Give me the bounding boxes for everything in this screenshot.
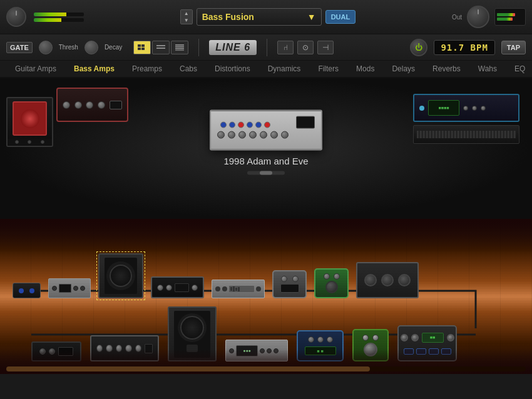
- rack-knob-3: [238, 131, 246, 138]
- out-meter-fill-1: [497, 13, 515, 16]
- svg-rect-2: [138, 48, 141, 50]
- nav-distortions[interactable]: Distortions: [206, 62, 259, 76]
- power-button[interactable]: ⏻: [410, 39, 427, 56]
- tuner-icon[interactable]: ⑁: [277, 41, 294, 54]
- preset-section: ▲ ▼ Bass Fusion ▼ DUAL: [89, 8, 447, 26]
- led-3: [238, 121, 244, 128]
- settings-icon[interactable]: ⊙: [297, 41, 314, 54]
- rack-knob-2: [228, 131, 235, 138]
- output-knob[interactable]: [467, 6, 489, 28]
- nav-delays[interactable]: Delays: [383, 62, 424, 76]
- chain-device-6[interactable]: [272, 270, 307, 298]
- view-grid-button[interactable]: [133, 41, 151, 54]
- led-4: [247, 121, 253, 128]
- gate-knob[interactable]: [39, 41, 53, 54]
- svg-rect-9: [175, 50, 184, 51]
- main-area: 1998 Adam and Eve ■■■■: [0, 78, 532, 219]
- nav-guitar-amps[interactable]: Guitar Amps: [6, 62, 65, 76]
- svg-rect-1: [141, 44, 145, 47]
- chain-device-7[interactable]: [314, 268, 349, 298]
- out-label: Out: [452, 14, 462, 21]
- preset-up-button[interactable]: ▲: [181, 10, 192, 17]
- thresh-label: Thresh: [59, 44, 78, 51]
- chain-device-5[interactable]: [212, 280, 265, 298]
- dropdown-arrow-icon: ▼: [307, 12, 316, 22]
- svg-rect-3: [141, 48, 145, 50]
- amp-display: 1998 Adam and Eve ■■■■: [0, 78, 532, 219]
- led-6: [264, 121, 270, 128]
- rack-knob-1: [217, 131, 225, 138]
- view-list-button[interactable]: [171, 41, 188, 54]
- amp-name-label: 1998 Adam and Eve: [223, 155, 308, 166]
- output-meter: [494, 8, 526, 26]
- input-meters: [34, 13, 84, 22]
- routing-icon[interactable]: ⊣: [317, 41, 334, 54]
- scrollbar-thumb[interactable]: [6, 366, 370, 371]
- meter-fill-1: [34, 13, 66, 16]
- led-2: [229, 121, 235, 128]
- nav-filters[interactable]: Filters: [309, 62, 347, 76]
- bpm-display: 91.7 BPM: [434, 40, 494, 55]
- separator-2: [267, 39, 267, 56]
- svg-rect-5: [156, 48, 165, 49]
- knobs-row: [214, 131, 318, 138]
- rack-knob-5: [260, 131, 267, 138]
- left-amp-1[interactable]: [6, 97, 53, 147]
- view-detail-button[interactable]: [152, 41, 170, 54]
- chain-device-2[interactable]: [48, 278, 91, 298]
- center-amp[interactable]: 1998 Adam and Eve: [210, 109, 322, 174]
- scroll-thumb: [260, 171, 272, 174]
- nav-reverbs[interactable]: Reverbs: [424, 62, 469, 76]
- svg-rect-6: [175, 44, 184, 46]
- scrollbar-horizontal[interactable]: [6, 366, 526, 371]
- chain-device-8[interactable]: [356, 262, 419, 298]
- signal-chain: ●●● ■ ■: [0, 219, 532, 374]
- meter-bar-1: [34, 13, 84, 16]
- preset-nav-arrows[interactable]: ▲ ▼: [180, 9, 193, 24]
- rack-amp-visual: [210, 109, 322, 150]
- rack-display: [296, 116, 315, 128]
- nav-cabs[interactable]: Cabs: [171, 62, 206, 76]
- rack-knob-6: [270, 131, 278, 138]
- chain-device-1[interactable]: [13, 283, 41, 298]
- thresh-knob[interactable]: [84, 41, 98, 54]
- svg-rect-8: [175, 48, 184, 49]
- gate-label: GATE: [6, 42, 33, 53]
- input-knob[interactable]: [6, 7, 26, 27]
- preset-down-button[interactable]: ▼: [181, 17, 192, 24]
- nav-eq[interactable]: EQ: [506, 62, 532, 76]
- svg-rect-7: [175, 46, 184, 48]
- right-amp[interactable]: ■■■■: [413, 94, 519, 144]
- nav-bass-amps[interactable]: Bass Amps: [65, 62, 123, 76]
- curtain-top: [0, 219, 532, 253]
- svg-rect-4: [156, 45, 165, 46]
- view-buttons: [133, 41, 188, 54]
- preset-name: Bass Fusion: [202, 12, 254, 22]
- preset-dropdown[interactable]: Bass Fusion ▼: [197, 8, 322, 26]
- rack-knob-4: [249, 131, 257, 138]
- decay-label: Decay: [105, 44, 122, 51]
- dual-button[interactable]: DUAL: [325, 10, 356, 24]
- nav-mods[interactable]: Mods: [347, 62, 383, 76]
- meter-fill-2: [34, 18, 61, 22]
- second-bar: GATE Thresh Decay: [0, 34, 532, 61]
- nav-preamps[interactable]: Preamps: [123, 62, 171, 76]
- nav-wahs[interactable]: Wahs: [469, 62, 506, 76]
- separator-1: [198, 39, 199, 56]
- meter-bar-2: [34, 18, 84, 22]
- led-5: [255, 121, 262, 128]
- scroll-indicator: [247, 171, 285, 174]
- out-meter-fill-2: [497, 18, 513, 21]
- tap-button[interactable]: TAP: [501, 41, 526, 54]
- led-1: [220, 121, 227, 128]
- toolbar-icons: ⑁ ⊙ ⊣: [277, 41, 334, 54]
- svg-rect-0: [138, 44, 141, 47]
- left-amp-2[interactable]: [56, 88, 128, 122]
- line6-logo: LINE 6: [209, 40, 257, 55]
- nav-bar: Guitar Amps Bass Amps Preamps Cabs Disto…: [0, 61, 532, 78]
- chain-device-3-cab[interactable]: [98, 253, 143, 298]
- chain-row-1: [0, 253, 532, 298]
- nav-dynamics[interactable]: Dynamics: [259, 62, 310, 76]
- chain-device-4[interactable]: [151, 276, 204, 298]
- rack-knob-7: [281, 131, 289, 138]
